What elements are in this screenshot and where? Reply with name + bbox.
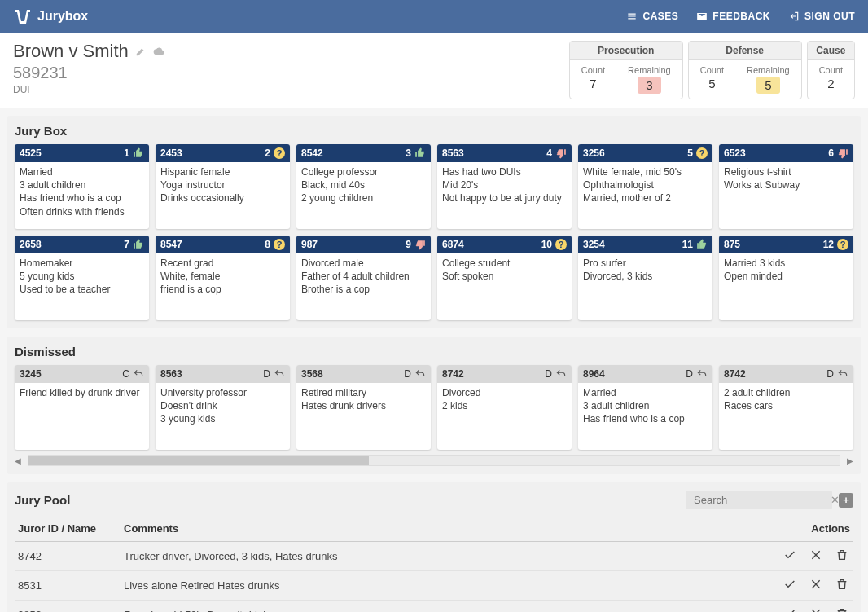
scroll-track[interactable] (28, 455, 840, 466)
dismissed-card-body: Retired militaryHates drunk drivers (296, 383, 431, 416)
edit-icon[interactable] (135, 46, 147, 57)
thumb-up-icon (133, 147, 144, 159)
juror-card[interactable]: 325411 Pro surferDivorced, 3 kids (578, 236, 712, 320)
juror-seq: 1 (124, 147, 144, 159)
search-box[interactable]: ✕ (686, 491, 832, 509)
counts: Prosecution Count 7 Remaining 3 Defense … (569, 41, 855, 99)
nav-signout-label: SIGN OUT (804, 11, 855, 22)
undo-icon[interactable] (837, 368, 848, 380)
reject-icon[interactable] (809, 578, 824, 591)
accept-icon[interactable] (783, 548, 798, 561)
dismissed-scrollbar[interactable]: ◀ ▶ (15, 455, 853, 466)
juror-card-head: 65236 (719, 144, 853, 162)
dismissed-note: 2 kids (442, 399, 567, 412)
scroll-right-icon[interactable]: ▶ (847, 456, 853, 465)
nav-feedback[interactable]: FEEDBACK (696, 11, 770, 22)
pool-table: Juror ID / Name Comments Actions 8742Tru… (15, 516, 853, 612)
pool-row[interactable]: 8742Trucker driver, Divorced, 3 kids, Ha… (15, 542, 853, 571)
dismissed-code: D (263, 368, 285, 380)
juror-card-head: 24532 ? (156, 144, 290, 162)
add-juror-button[interactable]: + (839, 493, 853, 508)
nav-cases-label: CASES (642, 11, 678, 22)
undo-icon[interactable] (274, 368, 285, 380)
juror-card[interactable]: 85634 Has had two DUIsMid 20'sNot happy … (437, 144, 572, 229)
juror-id: 3256 (583, 147, 605, 159)
count-group-defense: Defense Count 5 Remaining 5 (688, 41, 802, 99)
count-group-cause: Cause Count 2 (807, 41, 855, 99)
case-title-block: Brown v Smith 589231 DUI (13, 41, 166, 95)
juror-card[interactable]: 9879 Divorced maleFather of 4 adult chil… (296, 236, 431, 320)
case-type: DUI (13, 84, 166, 95)
delete-icon[interactable] (835, 548, 850, 561)
juror-card-body: Pro surferDivorced, 3 kids (578, 253, 712, 286)
accept-icon[interactable] (783, 578, 798, 591)
juror-note: Married, mother of 2 (583, 192, 708, 205)
thumb-down-icon (837, 147, 848, 159)
dismissed-card[interactable]: 8742D Divorced2 kids (437, 365, 572, 450)
dismissed-card[interactable]: 8964D Married3 adult childrenHas friend … (578, 365, 712, 450)
nav-cases[interactable]: CASES (626, 11, 678, 22)
juror-card-head: 85423 (296, 144, 431, 162)
juror-id: 987 (301, 239, 318, 250)
undo-icon[interactable] (414, 368, 426, 380)
juror-card[interactable]: 45251 Married3 adult childrenHas friend … (15, 144, 149, 229)
dismissed-card[interactable]: 8563D University professorDoesn't drink3… (156, 365, 290, 450)
delete-icon[interactable] (835, 578, 850, 591)
juror-card[interactable]: 26587 Homemaker5 young kidsUsed to be a … (15, 236, 149, 320)
cloud-icon[interactable] (153, 45, 166, 58)
juror-card[interactable]: 85423 College professorBlack, mid 40s2 y… (296, 144, 431, 229)
nav-signout[interactable]: SIGN OUT (788, 11, 855, 22)
juror-card[interactable]: 85478 ?Recent gradWhite, femalefriend is… (156, 236, 290, 320)
juror-seq: 11 (682, 239, 708, 250)
dismissed-id: 8964 (583, 368, 605, 380)
thumb-up-icon (696, 239, 708, 250)
juror-note: Black, mid 40s (301, 178, 426, 192)
juror-note: Pro surfer (583, 257, 708, 270)
dismissed-card[interactable]: 3568D Retired militaryHates drunk driver… (296, 365, 431, 450)
juror-card-body: Married 3 kidsOpen minded (719, 253, 853, 286)
juror-card-body: Hispanic femaleYoga instructorDrinks occ… (156, 162, 290, 209)
pool-row[interactable]: 9853Female, mid 50's Doesn't drink anymo… (15, 601, 853, 613)
accept-icon[interactable] (783, 607, 798, 612)
jury-box-section: Jury Box 45251 Married3 adult childrenHa… (7, 116, 861, 328)
undo-icon[interactable] (696, 368, 708, 380)
delete-icon[interactable] (835, 607, 850, 612)
juror-note: Ophthalmologist (583, 178, 708, 192)
thumb-up-icon (133, 239, 144, 250)
juror-id: 8547 (160, 239, 182, 250)
prosecution-remaining: Remaining 3 (616, 60, 682, 99)
search-input[interactable] (694, 494, 831, 506)
pool-row[interactable]: 8531Lives alone Retired Hates drunks (15, 571, 853, 601)
dismissed-note: Married (583, 386, 708, 399)
topbar: Jurybox CASES FEEDBACK SIGN OUT (0, 0, 868, 33)
logo[interactable]: Jurybox (13, 7, 88, 26)
juror-card[interactable]: 87512 ?Married 3 kidsOpen minded (719, 236, 853, 320)
undo-icon[interactable] (555, 368, 567, 380)
juror-note: White female, mid 50's (583, 165, 708, 178)
question-icon: ? (696, 147, 708, 159)
juror-card-body: Religious t-shirtWorks at Subway (719, 162, 853, 195)
juror-card[interactable]: 65236 Religious t-shirtWorks at Subway (719, 144, 853, 229)
dismissed-note: Hates drunk drivers (301, 399, 426, 412)
juror-card[interactable]: 687410 ?College studentSoft spoken (437, 236, 572, 320)
reject-icon[interactable] (809, 548, 824, 561)
juror-card[interactable]: 24532 ?Hispanic femaleYoga instructorDri… (156, 144, 290, 229)
dismissed-id: 3568 (301, 368, 323, 380)
scroll-thumb[interactable] (28, 456, 369, 465)
juror-note: Recent grad (160, 257, 285, 270)
dismissed-note: Friend killed by drunk driver (20, 386, 144, 399)
juror-id: 4525 (20, 147, 42, 159)
reject-icon[interactable] (809, 607, 824, 612)
juror-id: 6523 (724, 147, 746, 159)
juror-seq: 3 (406, 147, 426, 159)
juror-card-head: 9879 (296, 236, 431, 253)
juror-card[interactable]: 32565 ?White female, mid 50'sOphthalmolo… (578, 144, 712, 229)
juror-note: Works at Subway (724, 178, 848, 192)
scroll-left-icon[interactable]: ◀ (15, 456, 21, 465)
dismissed-card[interactable]: 3245C Friend killed by drunk driver (15, 365, 149, 450)
dismissed-card[interactable]: 8742D 2 adult childrenRaces cars (719, 365, 853, 450)
pool-comments: Trucker driver, Divorced, 3 kids, Hates … (121, 542, 747, 571)
juror-note: 5 young kids (20, 270, 144, 283)
undo-icon[interactable] (133, 368, 144, 380)
defense-count: Count 5 (689, 60, 735, 99)
